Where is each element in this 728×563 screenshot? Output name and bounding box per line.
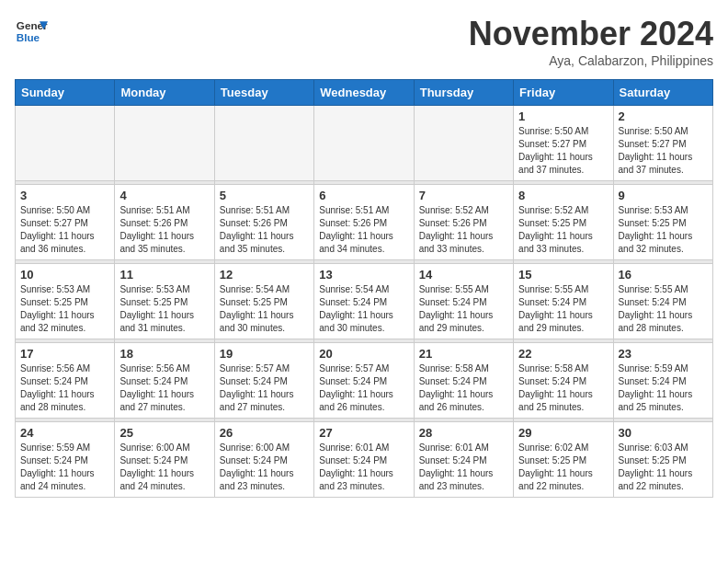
day-number: 26 (220, 426, 309, 440)
weekday-header: Monday (115, 80, 214, 106)
calendar-day-cell: 24Sunrise: 5:59 AM Sunset: 5:24 PM Dayli… (16, 422, 115, 498)
day-number: 22 (518, 347, 608, 361)
day-info: Sunrise: 5:53 AM Sunset: 5:25 PM Dayligh… (119, 283, 209, 335)
weekday-header: Friday (514, 80, 613, 106)
calendar-day-cell: 13Sunrise: 5:54 AM Sunset: 5:24 PM Dayli… (314, 264, 414, 339)
calendar-day-cell: 25Sunrise: 6:00 AM Sunset: 5:24 PM Dayli… (115, 422, 214, 498)
weekday-header: Saturday (613, 80, 712, 106)
day-number: 4 (119, 189, 209, 202)
day-info: Sunrise: 6:02 AM Sunset: 5:25 PM Dayligh… (518, 442, 608, 493)
day-info: Sunrise: 5:56 AM Sunset: 5:24 PM Dayligh… (119, 362, 209, 414)
calendar-day-cell (314, 106, 414, 181)
day-info: Sunrise: 5:55 AM Sunset: 5:24 PM Dayligh… (419, 283, 508, 335)
day-info: Sunrise: 5:50 AM Sunset: 5:27 PM Dayligh… (20, 204, 109, 256)
day-number: 29 (518, 426, 608, 440)
day-number: 14 (419, 268, 508, 282)
day-number: 27 (319, 426, 408, 440)
day-number: 13 (319, 268, 408, 282)
day-number: 10 (20, 268, 109, 282)
calendar-day-cell: 14Sunrise: 5:55 AM Sunset: 5:24 PM Dayli… (414, 264, 513, 339)
location: Aya, Calabarzon, Philippines (469, 53, 713, 68)
day-info: Sunrise: 6:00 AM Sunset: 5:24 PM Dayligh… (220, 442, 309, 493)
day-number: 28 (419, 426, 508, 440)
weekday-header: Thursday (414, 80, 513, 106)
calendar-day-cell: 30Sunrise: 6:03 AM Sunset: 5:25 PM Dayli… (613, 422, 712, 498)
calendar-day-cell: 10Sunrise: 5:53 AM Sunset: 5:25 PM Dayli… (16, 264, 115, 339)
calendar-day-cell: 18Sunrise: 5:56 AM Sunset: 5:24 PM Dayli… (115, 343, 214, 419)
day-number: 23 (619, 347, 708, 361)
day-number: 19 (220, 347, 309, 361)
svg-text:Blue: Blue (17, 31, 40, 43)
calendar-day-cell: 28Sunrise: 6:01 AM Sunset: 5:24 PM Dayli… (414, 422, 513, 498)
calendar-day-cell: 8Sunrise: 5:52 AM Sunset: 5:25 PM Daylig… (514, 185, 613, 260)
calendar-day-cell: 20Sunrise: 5:57 AM Sunset: 5:24 PM Dayli… (314, 343, 414, 419)
day-info: Sunrise: 6:00 AM Sunset: 5:24 PM Dayligh… (119, 442, 209, 493)
day-info: Sunrise: 5:57 AM Sunset: 5:24 PM Dayligh… (220, 362, 309, 414)
calendar-week-row: 24Sunrise: 5:59 AM Sunset: 5:24 PM Dayli… (16, 422, 713, 498)
day-info: Sunrise: 5:54 AM Sunset: 5:24 PM Dayligh… (319, 283, 408, 335)
calendar-day-cell: 4Sunrise: 5:51 AM Sunset: 5:26 PM Daylig… (115, 185, 214, 260)
day-info: Sunrise: 5:50 AM Sunset: 5:27 PM Dayligh… (518, 125, 608, 177)
day-info: Sunrise: 5:59 AM Sunset: 5:24 PM Dayligh… (619, 362, 708, 414)
calendar-week-row: 3Sunrise: 5:50 AM Sunset: 5:27 PM Daylig… (16, 185, 713, 260)
calendar-day-cell: 6Sunrise: 5:51 AM Sunset: 5:26 PM Daylig… (314, 185, 414, 260)
day-info: Sunrise: 5:52 AM Sunset: 5:26 PM Dayligh… (419, 204, 508, 256)
day-number: 20 (319, 347, 408, 361)
calendar-day-cell: 7Sunrise: 5:52 AM Sunset: 5:26 PM Daylig… (414, 185, 513, 260)
calendar-day-cell: 23Sunrise: 5:59 AM Sunset: 5:24 PM Dayli… (613, 343, 712, 419)
calendar-week-row: 1Sunrise: 5:50 AM Sunset: 5:27 PM Daylig… (16, 106, 713, 181)
day-number: 7 (419, 189, 508, 202)
calendar-day-cell: 5Sunrise: 5:51 AM Sunset: 5:26 PM Daylig… (214, 185, 313, 260)
day-info: Sunrise: 5:55 AM Sunset: 5:24 PM Dayligh… (619, 283, 708, 335)
day-number: 2 (619, 109, 708, 123)
day-number: 17 (20, 347, 109, 361)
day-info: Sunrise: 5:52 AM Sunset: 5:25 PM Dayligh… (518, 204, 608, 256)
day-number: 24 (20, 426, 109, 440)
day-info: Sunrise: 5:50 AM Sunset: 5:27 PM Dayligh… (619, 125, 708, 177)
weekday-header: Wednesday (314, 80, 414, 106)
calendar-day-cell: 9Sunrise: 5:53 AM Sunset: 5:25 PM Daylig… (613, 185, 712, 260)
calendar-day-cell: 12Sunrise: 5:54 AM Sunset: 5:25 PM Dayli… (214, 264, 313, 339)
calendar-day-cell: 27Sunrise: 6:01 AM Sunset: 5:24 PM Dayli… (314, 422, 414, 498)
calendar-day-cell: 29Sunrise: 6:02 AM Sunset: 5:25 PM Dayli… (514, 422, 613, 498)
weekday-header-row: SundayMondayTuesdayWednesdayThursdayFrid… (16, 80, 713, 106)
day-info: Sunrise: 5:56 AM Sunset: 5:24 PM Dayligh… (20, 362, 109, 414)
day-number: 11 (119, 268, 209, 282)
page-header: General Blue November 2024 Aya, Calabarz… (15, 15, 713, 68)
calendar-day-cell (16, 106, 115, 181)
calendar-day-cell: 19Sunrise: 5:57 AM Sunset: 5:24 PM Dayli… (214, 343, 313, 419)
day-info: Sunrise: 6:01 AM Sunset: 5:24 PM Dayligh… (419, 442, 508, 493)
weekday-header: Sunday (16, 80, 115, 106)
calendar-day-cell: 21Sunrise: 5:58 AM Sunset: 5:24 PM Dayli… (414, 343, 513, 419)
calendar-day-cell (414, 106, 513, 181)
day-info: Sunrise: 6:01 AM Sunset: 5:24 PM Dayligh… (319, 442, 408, 493)
calendar-table: SundayMondayTuesdayWednesdayThursdayFrid… (15, 79, 713, 498)
day-info: Sunrise: 5:54 AM Sunset: 5:25 PM Dayligh… (220, 283, 309, 335)
day-number: 9 (619, 189, 708, 202)
day-info: Sunrise: 5:53 AM Sunset: 5:25 PM Dayligh… (619, 204, 708, 256)
day-info: Sunrise: 5:58 AM Sunset: 5:24 PM Dayligh… (419, 362, 508, 414)
logo: General Blue (15, 15, 48, 48)
day-number: 12 (220, 268, 309, 282)
calendar-day-cell (115, 106, 214, 181)
day-number: 16 (619, 268, 708, 282)
day-info: Sunrise: 5:51 AM Sunset: 5:26 PM Dayligh… (119, 204, 209, 256)
day-number: 8 (518, 189, 608, 202)
day-number: 15 (518, 268, 608, 282)
day-info: Sunrise: 6:03 AM Sunset: 5:25 PM Dayligh… (619, 442, 708, 493)
calendar-day-cell: 3Sunrise: 5:50 AM Sunset: 5:27 PM Daylig… (16, 185, 115, 260)
calendar-week-row: 17Sunrise: 5:56 AM Sunset: 5:24 PM Dayli… (16, 343, 713, 419)
calendar-day-cell: 15Sunrise: 5:55 AM Sunset: 5:24 PM Dayli… (514, 264, 613, 339)
day-info: Sunrise: 5:58 AM Sunset: 5:24 PM Dayligh… (518, 362, 608, 414)
day-number: 18 (119, 347, 209, 361)
calendar-day-cell: 17Sunrise: 5:56 AM Sunset: 5:24 PM Dayli… (16, 343, 115, 419)
calendar-day-cell: 22Sunrise: 5:58 AM Sunset: 5:24 PM Dayli… (514, 343, 613, 419)
weekday-header: Tuesday (214, 80, 313, 106)
calendar-day-cell (214, 106, 313, 181)
day-number: 1 (518, 109, 608, 123)
day-info: Sunrise: 5:51 AM Sunset: 5:26 PM Dayligh… (319, 204, 408, 256)
day-info: Sunrise: 5:59 AM Sunset: 5:24 PM Dayligh… (20, 442, 109, 493)
day-number: 21 (419, 347, 508, 361)
day-number: 30 (619, 426, 708, 440)
calendar-day-cell: 26Sunrise: 6:00 AM Sunset: 5:24 PM Dayli… (214, 422, 313, 498)
